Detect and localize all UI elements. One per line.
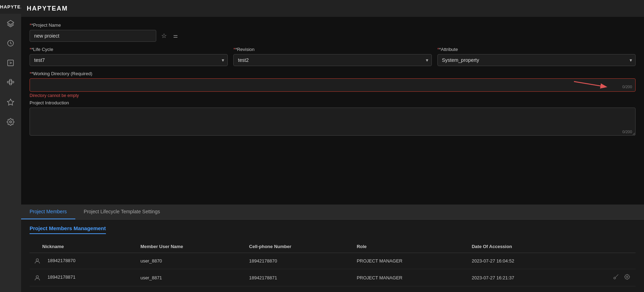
- intro-label: Project Introduction: [30, 100, 636, 105]
- star-button[interactable]: ☆: [160, 31, 168, 41]
- content-area: **Project Name ☆ ⚌ **Life Cycle test7: [21, 17, 644, 205]
- intro-count: 0/200: [622, 130, 632, 134]
- svg-point-15: [36, 259, 39, 261]
- svg-rect-6: [12, 81, 14, 83]
- layers-icon[interactable]: [3, 16, 18, 31]
- svg-line-19: [618, 274, 618, 275]
- svg-line-9: [12, 80, 12, 82]
- clock-icon[interactable]: [3, 35, 18, 51]
- svg-line-8: [9, 82, 10, 84]
- cell-username: user_8871: [136, 269, 245, 286]
- app-logo: HAPYTEAM: [0, 0, 21, 14]
- project-name-input[interactable]: [30, 30, 156, 42]
- cell-role: PROJECT MANAGER: [353, 269, 468, 286]
- working-dir-error: Directory cannot be empty: [30, 93, 636, 98]
- members-table-body: 18942178870 user_8870 18942178870 PROJEC…: [30, 253, 636, 286]
- svg-line-10: [12, 82, 12, 84]
- svg-line-21: [616, 276, 617, 277]
- app-header: HAPYTEAM: [21, 0, 644, 17]
- star-icon[interactable]: [3, 95, 18, 110]
- working-dir-wrap: 0/200: [30, 78, 636, 92]
- diagram-icon[interactable]: [3, 75, 18, 90]
- attribute-select-wrap: System_property: [437, 54, 636, 66]
- working-dir-label: **Working Directory (Required): [30, 71, 636, 76]
- svg-point-17: [614, 277, 615, 279]
- project-name-label: **Project Name: [30, 22, 636, 28]
- row-actions: [580, 273, 631, 282]
- working-dir-count: 0/200: [622, 85, 632, 89]
- working-dir-input[interactable]: [30, 78, 636, 92]
- members-table: Nickname Member User Name Cell-phone Num…: [30, 240, 636, 286]
- revision-select-wrap: test2: [233, 54, 431, 66]
- table-row: 18942178870 user_8870 18942178870 PROJEC…: [30, 253, 636, 269]
- cell-date: 2023-07-27 16:04:52: [467, 253, 576, 269]
- avatar-icon: [34, 274, 45, 281]
- metadata-row: **Life Cycle test7 **Revision test2: [30, 47, 636, 66]
- svg-marker-11: [7, 99, 14, 105]
- filter-button[interactable]: ⚌: [172, 31, 179, 40]
- attribute-group: **Attribute System_property: [437, 47, 636, 66]
- svg-rect-2: [8, 60, 14, 66]
- tab-lifecycle[interactable]: Project Lifecycle Template Settings: [75, 205, 169, 219]
- lifecycle-select[interactable]: test7: [30, 54, 228, 66]
- intro-textarea[interactable]: [30, 108, 636, 136]
- intro-wrap: 0/200: [30, 108, 636, 137]
- col-username: Member User Name: [136, 240, 245, 253]
- cell-actions: [576, 253, 636, 269]
- col-phone: Cell-phone Number: [245, 240, 353, 253]
- cell-date: 2023-07-27 16:21:37: [467, 269, 576, 286]
- svg-rect-4: [10, 79, 12, 81]
- settings-action-button[interactable]: [623, 273, 631, 282]
- project-name-row: ☆ ⚌: [30, 30, 636, 42]
- avatar-icon: [34, 257, 45, 264]
- cell-role: PROJECT MANAGER: [353, 253, 468, 269]
- cell-phone: 18942178870: [245, 253, 353, 269]
- svg-point-16: [36, 275, 39, 278]
- attribute-select[interactable]: System_property: [437, 54, 636, 66]
- lifecycle-select-wrap: test7: [30, 54, 228, 66]
- cell-username: user_8870: [136, 253, 245, 269]
- cell-nickname: 18942178871: [30, 269, 136, 286]
- revision-label: **Revision: [233, 47, 431, 52]
- lifecycle-label: **Life Cycle: [30, 47, 228, 52]
- cell-nickname: 18942178870: [30, 253, 136, 269]
- svg-line-7: [9, 80, 10, 82]
- header-title: HAPYTEAM: [27, 5, 68, 12]
- lifecycle-group: **Life Cycle test7: [30, 47, 228, 66]
- settings-icon[interactable]: [3, 114, 18, 130]
- svg-point-12: [10, 121, 12, 123]
- svg-point-22: [626, 276, 628, 278]
- key-action-button[interactable]: [612, 273, 620, 282]
- col-nickname: Nickname: [30, 240, 136, 253]
- share-icon[interactable]: [3, 55, 18, 71]
- table-row: 18942178871 user_8871 18942178871 PROJEC…: [30, 269, 636, 286]
- main-wrap: HAPYTEAM **Project Name ☆ ⚌ **Life Cycle: [21, 0, 644, 292]
- members-table-header: Nickname Member User Name Cell-phone Num…: [30, 240, 636, 253]
- col-role: Role: [353, 240, 468, 253]
- revision-group: **Revision test2: [233, 47, 431, 66]
- revision-select[interactable]: test2: [233, 54, 431, 66]
- cell-actions: [576, 269, 636, 286]
- sidebar: HAPYTEAM: [0, 0, 21, 292]
- tabs-bar: Project Members Project Lifecycle Templa…: [21, 205, 644, 220]
- members-section: Project Members Management Nickname Memb…: [21, 220, 644, 292]
- svg-rect-3: [7, 81, 10, 83]
- col-date: Date Of Accession: [467, 240, 576, 253]
- cell-phone: 18942178871: [245, 269, 353, 286]
- attribute-label: **Attribute: [437, 47, 636, 52]
- members-section-title: Project Members Management: [30, 225, 106, 234]
- svg-rect-5: [10, 83, 12, 85]
- tab-members[interactable]: Project Members: [21, 205, 75, 219]
- svg-marker-0: [7, 20, 14, 25]
- svg-line-20: [617, 275, 618, 276]
- col-actions: [576, 240, 636, 253]
